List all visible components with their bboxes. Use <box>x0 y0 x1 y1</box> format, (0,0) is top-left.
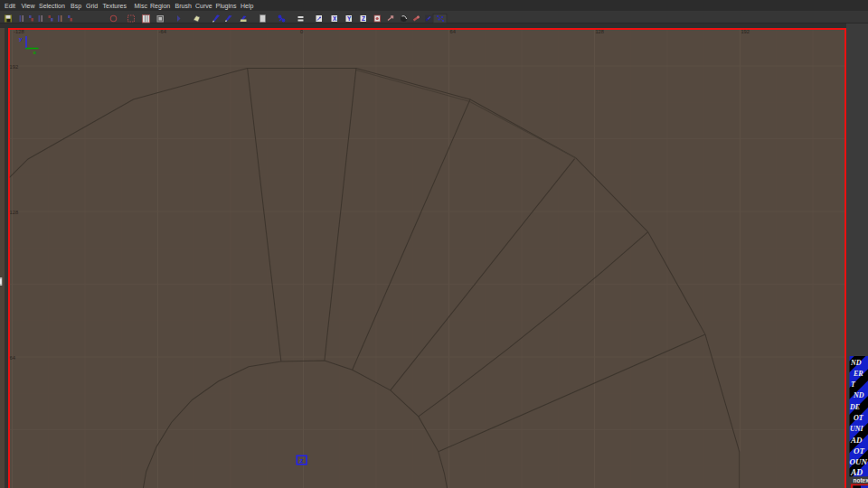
svg-text:0: 0 <box>300 29 303 34</box>
svg-text:ND: ND <box>853 391 864 399</box>
svg-text:z: z <box>300 456 304 465</box>
svg-text:OT: OT <box>854 446 864 455</box>
svg-text:DE: DE <box>849 403 860 411</box>
svg-text:192: 192 <box>10 64 19 70</box>
svg-text:-64: -64 <box>159 29 167 34</box>
svg-text:UNI: UNI <box>850 425 864 433</box>
svg-text:-128: -128 <box>14 29 24 34</box>
svg-text:64: 64 <box>10 355 16 361</box>
svg-text:OT: OT <box>854 414 864 422</box>
svg-text:AD: AD <box>850 468 863 477</box>
svg-text:64: 64 <box>450 29 457 34</box>
svg-text:OUN: OUN <box>850 457 868 466</box>
svg-text:192: 192 <box>741 29 750 34</box>
svg-text:ND: ND <box>850 359 862 367</box>
svg-text:128: 128 <box>595 29 604 34</box>
svg-text:y: y <box>19 35 23 42</box>
svg-text:ER: ER <box>853 370 863 378</box>
svg-text:AD: AD <box>850 436 863 445</box>
svg-text:notex: notex <box>854 477 868 483</box>
svg-text:x: x <box>33 49 37 55</box>
svg-text:128: 128 <box>10 210 19 215</box>
